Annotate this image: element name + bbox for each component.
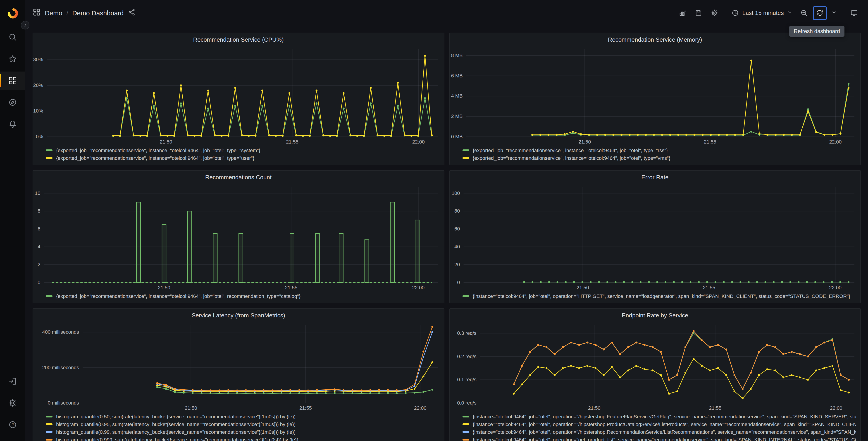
svg-text:21:50: 21:50 <box>578 139 591 145</box>
svg-text:2 MB: 2 MB <box>451 113 462 119</box>
sidebar-item-configuration[interactable] <box>0 394 25 412</box>
share-dashboard-icon[interactable] <box>128 8 136 18</box>
svg-text:21:55: 21:55 <box>709 405 721 411</box>
svg-text:10%: 10% <box>33 108 43 114</box>
svg-text:200 milliseconds: 200 milliseconds <box>42 365 79 371</box>
legend-item[interactable]: {exported_job="recommendationservice", i… <box>46 146 439 154</box>
legend-item[interactable]: {exported_job="recommendationservice", i… <box>462 154 856 161</box>
svg-text:0: 0 <box>37 280 40 285</box>
svg-text:21:50: 21:50 <box>185 405 197 411</box>
panel-header-error[interactable]: Error Rate <box>450 171 860 183</box>
sidebar-item-help[interactable]: ? <box>0 416 25 434</box>
svg-text:40: 40 <box>454 244 460 249</box>
refresh-tooltip: Refresh dashboard <box>789 26 844 37</box>
svg-text:6: 6 <box>37 226 40 232</box>
time-range-label: Last 15 minutes <box>742 9 784 16</box>
legend-item[interactable]: {instance="otelcol:9464", job="otel", op… <box>462 292 856 300</box>
chart-error[interactable]: 02040608010021:5021:5522:00 <box>450 183 860 292</box>
zoom-out-button[interactable] <box>797 6 810 20</box>
svg-text:22:00: 22:00 <box>829 285 841 290</box>
legend-label: histogram_quantile(0.95, sum(rate(latenc… <box>56 421 296 427</box>
panel-header-endpoint[interactable]: Endpoint Rate by Service <box>450 309 860 321</box>
grafana-app: ? Demo / Demo Dashboard <box>0 0 868 441</box>
breadcrumb-section[interactable]: Demo <box>45 9 62 17</box>
legend-item[interactable]: {instance="otelcol:9464", job="otel", op… <box>462 436 856 441</box>
chart-memory[interactable]: 0 MB2 MB4 MB6 MB8 MB21:5021:5522:00 <box>450 46 860 146</box>
grafana-logo-icon <box>6 7 19 19</box>
panel-error: Error Rate02040608010021:5021:5522:00{in… <box>449 170 861 303</box>
legend-item[interactable]: {instance="otelcol:9464", job="otel", op… <box>462 428 856 436</box>
sidebar-expand-button[interactable] <box>21 21 29 29</box>
panel-title: Service Latency (from SpanMetrics) <box>192 312 285 319</box>
svg-text:30%: 30% <box>33 57 43 62</box>
legend-item[interactable]: histogram_quantile(0.999, sum(rate(laten… <box>46 436 439 441</box>
legend-label: histogram_quantile(0.50, sum(rate(latenc… <box>56 414 296 419</box>
legend-item[interactable]: histogram_quantile(0.95, sum(rate(latenc… <box>46 420 439 428</box>
save-dashboard-button[interactable] <box>691 6 705 20</box>
legend-item[interactable]: histogram_quantile(0.99, sum(rate(latenc… <box>46 428 439 436</box>
legend-swatch <box>462 295 469 297</box>
legend-swatch <box>46 295 53 297</box>
legend-label: {exported_job="recommendationservice", i… <box>473 155 670 160</box>
legend-item[interactable]: {instance="otelcol:9464", job="otel", op… <box>462 412 856 420</box>
sign-in-icon <box>8 377 17 386</box>
legend-label: {exported_job="recommendationservice", i… <box>56 155 254 160</box>
svg-text:0.1 req/s: 0.1 req/s <box>457 377 476 382</box>
sidebar-bottom-section: ? <box>0 371 25 441</box>
legend-item[interactable]: {exported_job="recommendationservice", i… <box>462 146 856 154</box>
sidebar: ? <box>0 0 25 441</box>
svg-text:22:00: 22:00 <box>414 405 427 411</box>
dashboard-settings-button[interactable] <box>707 6 721 20</box>
panel-header-latency[interactable]: Service Latency (from SpanMetrics) <box>33 309 444 321</box>
panel-header-count[interactable]: Recommendations Count <box>33 171 444 183</box>
legend-swatch <box>46 431 53 433</box>
legend-count: {exported_job="recommendationservice", i… <box>33 292 444 303</box>
legend-item[interactable]: histogram_quantile(0.50, sum(rate(latenc… <box>46 412 439 420</box>
svg-text:22:00: 22:00 <box>412 139 425 145</box>
sidebar-item-search[interactable] <box>0 28 25 46</box>
svg-text:?: ? <box>11 422 14 427</box>
chart-count[interactable]: 024681021:5021:5522:00 <box>33 183 444 292</box>
svg-text:0.3 req/s: 0.3 req/s <box>457 330 476 336</box>
svg-text:21:50: 21:50 <box>588 405 600 411</box>
sidebar-item-sign-in[interactable] <box>0 372 25 390</box>
dashboards-icon[interactable] <box>33 8 41 18</box>
panel-title: Error Rate <box>642 174 669 180</box>
refresh-button[interactable] <box>813 6 827 20</box>
legend-item[interactable]: {exported_job="recommendationservice", i… <box>46 292 439 300</box>
cycle-view-button[interactable] <box>847 6 861 20</box>
panel-header-cpu[interactable]: Recommendation Service (CPU%) <box>33 33 444 46</box>
chart-endpoint[interactable]: 0.0 req/s0.1 req/s0.2 req/s0.3 req/s21:5… <box>450 321 860 412</box>
time-range-picker[interactable]: Last 15 minutes <box>729 6 795 20</box>
legend-item[interactable]: {exported_job="recommendationservice", i… <box>46 154 439 161</box>
svg-text:0.0 req/s: 0.0 req/s <box>457 400 476 406</box>
chart-latency[interactable]: 0 milliseconds200 milliseconds400 millis… <box>33 321 444 412</box>
top-nav: Demo / Demo Dashboard <box>25 0 868 26</box>
panel-memory: Recommendation Service (Memory)0 MB2 MB4… <box>449 33 861 165</box>
svg-text:4 MB: 4 MB <box>451 93 462 99</box>
add-panel-button[interactable] <box>676 6 689 20</box>
legend-label: {instance="otelcol:9464", job="otel", op… <box>473 414 856 419</box>
sidebar-item-dashboards[interactable] <box>0 71 25 90</box>
bell-icon <box>8 120 17 128</box>
clock-icon <box>731 9 739 17</box>
legend-item[interactable]: {instance="otelcol:9464", job="otel", op… <box>462 420 856 428</box>
svg-text:6 MB: 6 MB <box>451 73 462 79</box>
svg-text:22:00: 22:00 <box>830 405 842 411</box>
svg-text:22:00: 22:00 <box>829 139 841 145</box>
legend-swatch <box>462 149 469 151</box>
sidebar-item-explore[interactable] <box>0 93 25 111</box>
chevron-down-icon <box>831 9 837 16</box>
gear-icon <box>8 399 17 408</box>
svg-text:0 MB: 0 MB <box>451 134 462 140</box>
sidebar-item-starred[interactable] <box>0 50 25 68</box>
refresh-interval-dropdown[interactable] <box>829 6 839 20</box>
sidebar-item-alerting[interactable] <box>0 115 25 133</box>
gear-icon <box>710 9 718 17</box>
svg-text:0: 0 <box>457 280 460 285</box>
svg-text:20: 20 <box>454 262 460 267</box>
panel-cpu: Recommendation Service (CPU%)0%10%20%30%… <box>33 33 444 165</box>
refresh-icon <box>816 9 824 17</box>
svg-text:22:00: 22:00 <box>412 285 425 290</box>
chart-cpu[interactable]: 0%10%20%30%21:5021:5522:00 <box>33 46 444 146</box>
